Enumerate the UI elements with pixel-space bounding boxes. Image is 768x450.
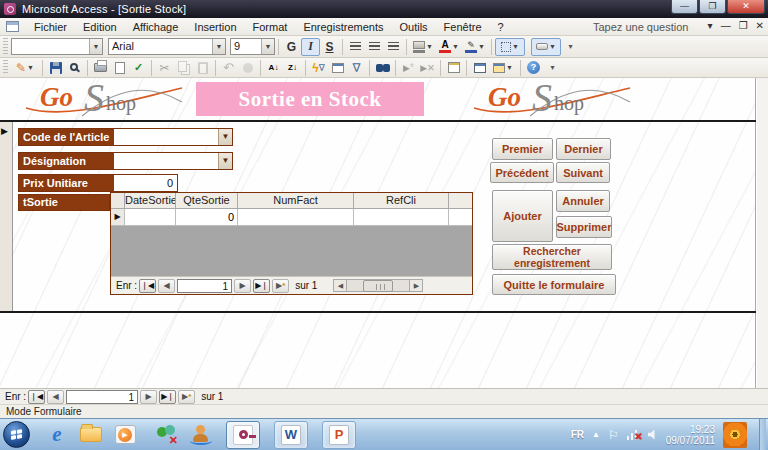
ask-question-input[interactable]: Tapez une question [590,20,702,34]
delete-record-button[interactable]: ▶✕ [418,59,437,77]
sort-ascending-button[interactable]: A↓ [264,59,283,77]
new-record-button[interactable]: ▶* [178,390,195,404]
sort-descending-button[interactable]: Z↓ [283,59,302,77]
mdi-minimize-button[interactable]: — [721,20,731,31]
copy-button[interactable] [174,59,193,77]
prix-unitaire-input[interactable]: 0 [114,175,177,191]
row-selector-cell[interactable]: ▶ [111,209,125,226]
combo-arrow-icon[interactable]: ▼ [212,39,225,54]
combo-arrow-icon[interactable]: ▼ [261,39,274,54]
font-color-button[interactable]: A▼ [436,38,462,56]
font-size-combo[interactable]: 9▼ [230,38,275,55]
rechercher-button[interactable]: Rechercher enregistrement [492,244,612,270]
first-record-button[interactable]: ❘◀ [139,279,156,293]
designation-combo[interactable]: ▼ [114,153,232,169]
current-record-input[interactable]: 1 [177,279,232,293]
database-window-button[interactable] [470,59,489,77]
menu-help[interactable]: ? [490,19,512,35]
taskbar-access-button[interactable] [226,421,260,449]
cell-datesortie[interactable] [125,209,176,226]
align-left-icon[interactable] [346,38,365,56]
ask-dropdown-icon[interactable]: ▾ [708,20,713,31]
combo-arrow-icon[interactable]: ▼ [218,129,232,145]
taskbar-messenger-icon[interactable]: ✕ [150,421,184,449]
last-record-button[interactable]: ▶❘ [253,279,270,293]
subform-hscrollbar[interactable]: ◀ ▶ [333,279,423,292]
combo-arrow-icon[interactable]: ▼ [218,153,232,169]
bold-button[interactable]: G [282,38,301,56]
menu-insertion[interactable]: Insertion [186,19,244,35]
record-selector-bar[interactable] [0,122,13,312]
next-record-button[interactable]: ▶ [234,279,251,293]
last-record-button[interactable]: ▶❘ [159,390,176,404]
clock[interactable]: 19:23 09/07/2011 [666,424,715,446]
col-numfact[interactable]: NumFact [238,193,354,209]
language-indicator[interactable]: FR [571,429,584,440]
cell-numfact[interactable] [238,209,354,226]
scroll-left-icon[interactable]: ◀ [333,279,347,292]
minimize-button[interactable]: — [671,0,698,14]
special-effect-button[interactable]: ▼ [531,38,561,56]
file-search-button[interactable] [65,59,84,77]
toolbar-grip[interactable] [3,38,8,55]
spelling-button[interactable]: ✓ [129,59,148,77]
supprimer-button[interactable]: Supprimer [556,216,612,238]
align-right-icon[interactable] [384,38,403,56]
paste-button[interactable] [193,59,212,77]
mdi-close-button[interactable]: ✕ [756,20,764,31]
find-button[interactable] [373,59,392,77]
combo-arrow-icon[interactable]: ▼ [89,39,102,54]
underline-button[interactable]: S [320,38,339,56]
cell-qtesortie[interactable]: 0 [176,209,238,226]
menu-outils[interactable]: Outils [391,19,435,35]
col-qtesortie[interactable]: QteSortie [176,193,238,209]
code-article-combo[interactable]: ▼ [114,129,232,145]
action-center-flag-icon[interactable]: ⚐ [608,428,619,442]
print-preview-button[interactable] [110,59,129,77]
taskbar-word-button[interactable]: W [274,421,308,449]
new-record-button[interactable]: ▶* [399,59,418,77]
view-design-button[interactable]: ✎▼ [11,59,39,77]
scroll-track[interactable] [347,279,409,292]
new-object-button[interactable]: ▼ [489,59,517,77]
suivant-button[interactable]: Suivant [556,162,610,183]
new-record-button[interactable]: ▶* [272,279,289,293]
maximize-button[interactable]: ❐ [699,0,726,14]
object-selector-combo[interactable]: ▼ [11,38,103,55]
toolbar-grip[interactable] [3,60,8,75]
show-desktop-button[interactable] [759,419,766,450]
scroll-right-icon[interactable]: ▶ [409,279,423,292]
close-button[interactable]: ✕ [727,0,765,14]
taskbar-communicator-icon[interactable] [184,421,218,449]
toolbar-options-icon[interactable]: ▾ [561,38,580,56]
save-button[interactable] [46,59,65,77]
menu-enregistrements[interactable]: Enregistrements [295,19,391,35]
properties-button[interactable] [444,59,463,77]
filter-by-form-button[interactable] [328,59,347,77]
menu-affichage[interactable]: Affichage [125,19,187,35]
menu-fichier[interactable]: Fichier [26,19,75,35]
form-system-icon[interactable] [6,21,19,32]
first-record-button[interactable]: ❘◀ [28,390,45,404]
hidden-icons-icon[interactable]: ▲ [592,430,600,439]
menu-format[interactable]: Format [245,19,296,35]
cell-refcli[interactable] [354,209,449,226]
taskbar-mediaplayer-icon[interactable]: ▶ [108,421,142,449]
col-datesortie[interactable]: DateSortie [125,193,176,209]
taskbar-ie-icon[interactable]: e [40,421,74,449]
font-name-combo[interactable]: Arial▼ [108,38,226,55]
filter-by-selection-button[interactable]: ϟ∇ [309,59,328,77]
undo-button[interactable]: ↶ [219,59,238,77]
menu-edition[interactable]: Edition [75,19,125,35]
premier-button[interactable]: Premier [492,138,553,160]
menu-fenetre[interactable]: Fenêtre [436,19,490,35]
taskbar-powerpoint-button[interactable]: P [322,421,356,449]
taskbar-explorer-icon[interactable] [74,421,108,449]
annuler-button[interactable]: Annuler [556,190,610,212]
office-clipboard-button[interactable] [238,59,257,77]
volume-icon[interactable] [648,430,658,440]
scroll-thumb[interactable] [363,280,393,292]
network-status-icon[interactable]: ✕ [627,429,640,440]
fill-color-button[interactable]: ▼ [410,38,436,56]
italic-button[interactable]: I [301,38,320,56]
